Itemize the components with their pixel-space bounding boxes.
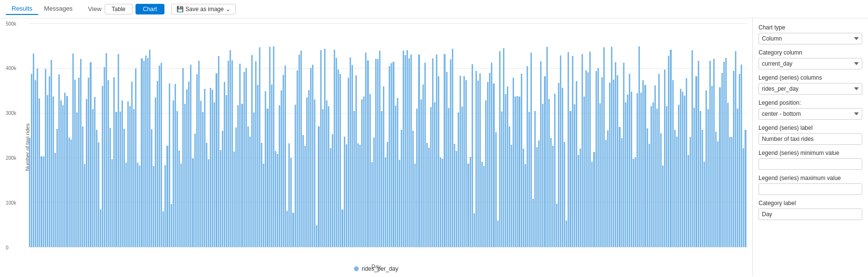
save-image-button[interactable]: 💾 Save as image ⌄ [171,4,236,14]
bar [49,76,50,247]
legend-position-select[interactable]: center - bottom [759,108,862,120]
bar [647,128,648,247]
bar [371,162,373,247]
bar [166,146,168,247]
bar [286,211,288,247]
bar [418,55,420,247]
bar [733,71,734,247]
bar [414,164,416,247]
bar [499,51,501,247]
bar [184,104,186,247]
bar [31,74,32,247]
bar [127,101,129,247]
category-label-input[interactable] [759,208,862,220]
tab-messages[interactable]: Messages [38,3,78,15]
save-icon: 💾 [176,6,184,13]
bar [188,82,190,247]
bar [306,97,308,247]
bar [548,99,550,247]
legend-series-label: Legend (series) columns [759,74,862,81]
bar [216,73,217,247]
bar [302,135,304,247]
bar [43,156,44,247]
bar [617,75,618,247]
legend-dot [354,266,359,271]
bar [202,112,203,247]
bar [550,138,552,247]
bar [247,126,249,247]
bar [707,109,709,247]
bar [129,106,131,247]
bar [503,48,504,247]
bar [635,157,636,247]
bar [245,68,247,247]
bar [208,159,209,247]
bar [741,65,742,247]
bar [556,204,557,247]
category-label-label: Category label [759,200,862,207]
bar [511,145,512,247]
bar [104,67,105,247]
series-label-label: Legend (series) label [759,125,862,131]
chart-type-label: Chart type [759,24,862,31]
bar [505,94,506,247]
bar [106,53,107,247]
bar [560,55,561,247]
bar [509,126,510,247]
bar [403,51,404,247]
bar [163,211,164,247]
series-label-input[interactable] [759,133,862,145]
bar [220,150,221,247]
bar [263,164,264,247]
bar [277,154,278,247]
bar [253,112,255,247]
bar [723,62,725,247]
bar [273,46,274,247]
bar [576,81,577,247]
bar [481,162,483,247]
chart-button[interactable]: Chart [136,4,164,14]
chart-type-select[interactable]: Column [759,33,862,44]
bar [442,159,443,247]
bar [727,103,729,247]
bar [102,86,103,247]
bar [338,69,339,247]
y-tick-label-0: 0 [6,245,9,250]
chart-area: Number of taxi rides 500k 400k 300k 200k… [0,18,752,276]
bar [58,74,60,247]
series-min-input[interactable] [759,158,862,170]
bar [192,158,193,247]
bar [461,107,463,247]
bar [269,47,271,247]
bar [530,53,532,247]
bar [601,77,603,247]
bar [591,162,593,247]
bar [96,130,97,247]
bar [709,61,711,247]
y-tick-0: 0 [29,247,747,248]
bar [178,151,180,247]
bar [472,64,473,247]
bar [621,138,623,247]
bar [261,143,262,247]
bar [310,68,312,247]
series-max-section: Legend (series) maximum value [759,175,862,195]
series-max-input[interactable] [759,183,862,195]
bar [426,143,428,247]
bar [86,99,87,247]
bar [564,142,565,247]
bar [587,72,589,247]
bar [76,112,78,247]
bar [176,111,178,247]
legend-series-select[interactable]: rides_per_day [759,83,862,95]
table-button[interactable]: Table [105,4,133,14]
bar [120,111,121,247]
bar [688,155,689,247]
tab-results[interactable]: Results [6,3,38,15]
category-column-section: Category column current_day [759,49,862,69]
bar [334,50,335,247]
legend-area: rides_per_day [0,265,752,272]
category-column-select[interactable]: current_day [759,58,862,69]
bar [37,69,38,247]
bar [664,69,665,247]
